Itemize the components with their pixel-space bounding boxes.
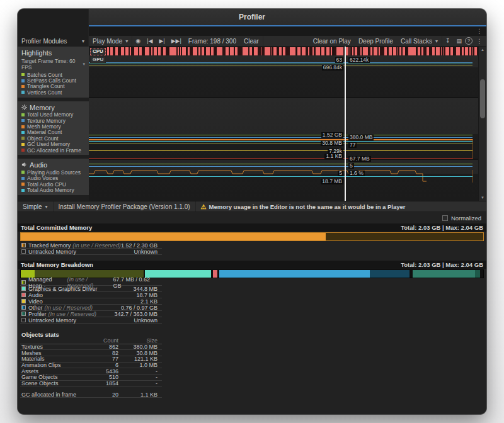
legend-item-highlights[interactable]: Batches Count xyxy=(18,72,89,77)
object-type: Assets xyxy=(21,368,83,375)
legend-item-memory[interactable]: Material Count xyxy=(18,130,89,135)
clear-button[interactable]: Clear xyxy=(240,36,263,46)
legend-item-audio[interactable]: Audio Voices xyxy=(18,176,89,181)
chart-series-line xyxy=(89,139,472,140)
profiler-charts[interactable]: CPU GPU 63622.14k696.84k1.52 GB380.0 MB3… xyxy=(89,47,479,201)
legend-row: Graphics & Graphics Driver344.8 MB xyxy=(20,286,162,292)
series-color-swatch xyxy=(21,91,25,94)
legend-item-memory[interactable]: Total Used Memory xyxy=(18,112,89,118)
objects-stats-section: Objects stats Count Size Textures862380.… xyxy=(20,330,486,398)
legend-item-highlights[interactable]: Vertices Count xyxy=(18,89,89,95)
chart-value-label: 67.7 MB xyxy=(348,156,371,162)
series-color-swatch xyxy=(21,143,25,146)
chart-value-label: 696.84k xyxy=(322,65,343,70)
object-count: 862 xyxy=(83,344,118,350)
play-mode-dropdown[interactable]: Play Mode ▾ xyxy=(89,36,132,46)
legend-row: Untracked MemoryUnknown xyxy=(20,317,162,324)
module-block-highlights: HighlightsTarget Frame Time: 60 FPS▾Batc… xyxy=(18,47,89,98)
series-color-swatch xyxy=(21,85,25,88)
chart-value-label: 5 xyxy=(348,163,354,169)
save-profile-icon[interactable]: ▤ xyxy=(453,38,465,44)
object-type: Meshes xyxy=(21,350,83,356)
cpu-track-chip[interactable]: CPU xyxy=(90,48,106,55)
module-header-audio[interactable]: Audio xyxy=(18,160,89,169)
warning-icon: ⚠ xyxy=(201,203,207,210)
normalized-label: Normalized xyxy=(451,215,481,222)
install-memory-profiler-button[interactable]: Install Memory Profiler Package (Version… xyxy=(54,201,196,212)
memory-color-swatch xyxy=(21,286,26,291)
chart-value-label: 18.7 MB xyxy=(321,179,343,184)
legend-item-audio[interactable]: Total Audio Memory xyxy=(18,187,89,193)
next-frame-icon[interactable]: ▶| xyxy=(156,38,168,44)
help-icon[interactable]: ? xyxy=(465,37,472,45)
memory-segment xyxy=(370,270,410,278)
committed-memory-legend: Tracked Memory(In use / Reserved)1.52 / … xyxy=(20,242,486,255)
memory-category-label: Other xyxy=(28,305,43,311)
gear-icon xyxy=(21,104,27,111)
chart-series-line xyxy=(89,164,472,164)
series-color-swatch xyxy=(21,79,25,82)
legend-item-memory[interactable]: GC Used Memory xyxy=(18,142,89,147)
chart-value-label: 1.52 GB xyxy=(321,132,343,138)
legend-item-memory[interactable]: Object Count xyxy=(18,135,89,141)
legend-item-audio[interactable]: Playing Audio Sources xyxy=(18,169,89,175)
legend-label: Total Audio Memory xyxy=(27,187,74,193)
memory-category-label: Untracked Memory xyxy=(28,317,76,324)
charts-scrollbar[interactable]: ▲ ▼ xyxy=(478,47,486,201)
last-frame-icon[interactable]: ▶▶| xyxy=(168,38,185,44)
scroll-down-icon[interactable]: ▼ xyxy=(479,196,486,200)
count-column-header: Count xyxy=(83,337,118,344)
normalized-row: Normalized xyxy=(18,212,486,223)
total-committed-memory-header: Total Committed Memory Total: 2.03 GB | … xyxy=(18,223,486,232)
deep-profile-toggle[interactable]: Deep Profile xyxy=(355,36,397,46)
toolbar-menu-icon[interactable]: ⋮ xyxy=(472,38,486,45)
chevron-down-icon: ▾ xyxy=(45,204,48,210)
legend-row: Managed Heap(In use / Reserved)67.7 MB /… xyxy=(20,279,162,286)
target-frame-time-dropdown[interactable]: Target Frame Time: 60 FPS▾ xyxy=(18,57,89,72)
module-header-memory[interactable]: Memory xyxy=(18,103,89,112)
legend-row: Video2.1 KB xyxy=(20,298,162,305)
objects-stats-row: Scene Objects1854- xyxy=(20,381,162,387)
scrollbar-thumb[interactable] xyxy=(480,79,485,118)
object-size: - xyxy=(118,380,162,386)
memory-value: Unknown xyxy=(134,249,162,255)
chart-value-label: 77 xyxy=(348,142,357,148)
object-count: 1854 xyxy=(83,380,118,386)
series-color-swatch xyxy=(21,73,25,76)
end-of-data-drop xyxy=(472,139,473,159)
legend-item-highlights[interactable]: SetPass Calls Count xyxy=(18,77,89,83)
legend-row: Profiler(In use / Reserved)342.7 / 363.0… xyxy=(20,311,162,317)
clear-on-play-toggle[interactable]: Clear on Play xyxy=(309,36,355,46)
record-icon[interactable]: ◉ xyxy=(132,38,144,44)
chart-value-label: 63 xyxy=(335,57,343,63)
gpu-track-chip[interactable]: GPU xyxy=(90,56,106,64)
memory-color-swatch xyxy=(21,318,26,322)
legend-item-memory[interactable]: Mesh Memory xyxy=(18,123,89,129)
object-count: 6 xyxy=(83,362,118,368)
legend-label: GC Allocated In Frame xyxy=(27,147,81,154)
call-stacks-dropdown[interactable]: Call Stacks ▾ xyxy=(397,36,442,46)
memory-category-label: Profiler xyxy=(28,311,47,317)
view-mode-dropdown[interactable]: Simple ▾ xyxy=(18,201,54,212)
normalized-checkbox[interactable] xyxy=(442,215,448,221)
memory-category-label: Audio xyxy=(28,292,43,298)
selected-frame-indicator[interactable] xyxy=(345,47,346,201)
tab-context-menu-icon[interactable]: ⋮ xyxy=(476,28,483,35)
legend-item-memory[interactable]: GC Allocated In Frame xyxy=(18,147,89,153)
memory-color-swatch xyxy=(21,299,26,303)
legend-item-highlights[interactable]: Triangles Count xyxy=(18,84,89,89)
chart-value-label: 5 xyxy=(338,171,343,176)
module-header-highlights[interactable]: Highlights xyxy=(18,48,89,57)
chart-series-line xyxy=(89,143,472,144)
first-frame-icon[interactable]: |◀ xyxy=(144,38,156,44)
memory-category-label: Tracked Memory xyxy=(28,242,71,249)
legend-item-memory[interactable]: Texture Memory xyxy=(18,118,89,123)
legend-item-audio[interactable]: Total Audio CPU xyxy=(18,181,89,187)
object-size: - xyxy=(118,368,162,375)
load-profile-icon[interactable]: ↧ xyxy=(442,38,454,44)
memory-color-swatch xyxy=(21,312,26,316)
chevron-down-icon: ▾ xyxy=(83,62,85,67)
scroll-up-icon[interactable]: ▲ xyxy=(479,48,486,52)
module-title: Memory xyxy=(30,104,55,111)
breakdown-totals: Total: 2.03 GB | Max: 2.04 GB xyxy=(401,261,483,268)
